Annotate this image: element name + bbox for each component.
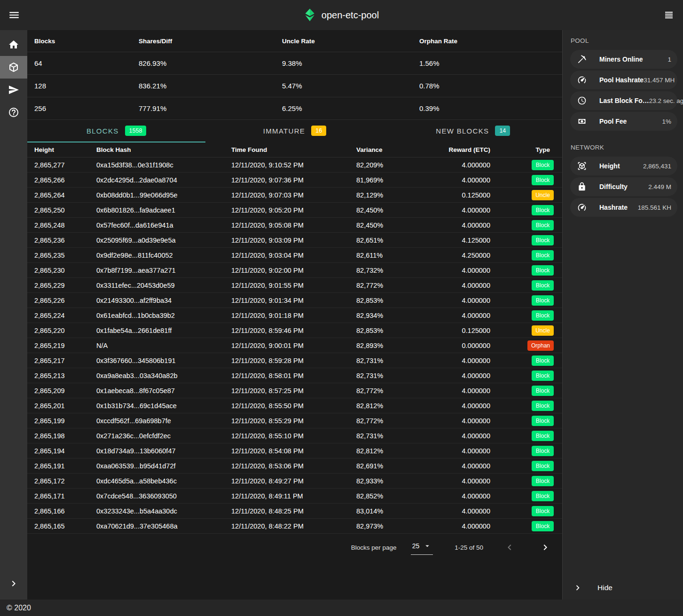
stats-cell: 777.91% [139,104,282,112]
block-time-found: 12/11/2020, 9:05:20 PM [231,206,356,214]
type-badge: Block [532,491,554,501]
pool-stat-pool-hashrate: Pool Hashrate31.457 MH [570,71,677,89]
pool-stat-miners-online: Miners Online1 [570,50,677,69]
block-type-cell: Orphan [490,340,562,351]
table-row: 2,865,2130xa9a8eab3...03a340a82b12/11/20… [27,368,562,383]
block-time-found: 12/11/2020, 8:48:25 PM [231,507,356,515]
lock-icon [577,182,587,191]
block-variance: 82,933% [356,477,448,485]
table-row: 2,865,2010x1b31b734...69c1d45ace12/11/20… [27,398,562,413]
block-variance: 82,732% [356,267,448,274]
hamburger-menu-icon[interactable] [4,5,24,25]
blocks-icon [8,62,19,73]
home-icon [8,39,19,50]
tab-badge: 1558 [125,126,147,136]
table-row: 2,865,2660x2dc4295d...2dae0a870412/11/20… [27,173,562,188]
block-type-cell: Block [490,235,562,245]
hide-label: Hide [597,584,612,592]
block-type-cell: Uncle [490,325,562,336]
block-height: 2,865,166 [34,507,96,515]
block-type-cell: Block [490,220,562,230]
table-row: 2,865,2290x3311efec...20453d0e5912/11/20… [27,278,562,293]
table-row: 2,865,2360x25095f69...a0d39e9e5a12/11/20… [27,233,562,248]
table-row: 2,865,2300x7b8f7199...aea377a27112/11/20… [27,263,562,278]
block-hash: 0x9df2e98e...811fc40052 [96,252,231,259]
sidebar-item-blocks[interactable] [0,56,27,79]
table-row: 2,865,1940x18d734a9...13b6060f4712/11/20… [27,443,562,458]
rail-expand-button[interactable] [0,572,27,595]
block-variance: 82,129% [356,191,448,199]
table-row: 2,865,219N/A12/11/2020, 9:00:01 PM82,893… [27,338,562,353]
blocks-tabs: BLOCKS1558IMMATURE16NEW BLOCKS14 [27,120,562,142]
menu-lines-icon[interactable] [659,5,679,25]
type-badge: Block [532,355,554,366]
block-time-found: 12/11/2020, 8:55:50 PM [231,402,356,410]
block-variance: 82,731% [356,357,448,364]
block-type-cell: Block [490,355,562,366]
type-badge: Block [532,220,554,230]
block-time-found: 12/11/2020, 9:01:55 PM [231,282,356,289]
block-hash: 0xdc465d5a...a58beb436c [96,477,231,485]
block-time-found: 12/11/2020, 9:01:34 PM [231,297,356,304]
hide-sidebar-button[interactable]: Hide [563,576,683,600]
block-reward: 4.000000 [448,492,490,500]
left-nav-rail [0,30,27,600]
block-time-found: 12/11/2020, 8:58:01 PM [231,372,356,379]
gauge-icon [577,203,587,212]
block-height: 2,865,235 [34,252,96,259]
block-hash: 0x3311efec...20453d0e59 [96,282,231,289]
tab-immature[interactable]: IMMATURE16 [205,120,384,142]
pool-stat-value: 23.2 sec. ago [649,97,683,104]
tab-label: IMMATURE [263,127,305,135]
block-time-found: 12/11/2020, 9:07:03 PM [231,191,356,199]
table-row: 2,865,1980x271a236c...0efcfdf2ec12/11/20… [27,428,562,443]
block-reward: 4.000000 [448,297,490,304]
network-stat-value: 2.449 M [648,183,671,190]
pagination-bar: Blocks per page 25 1-25 of 50 [27,534,562,561]
block-variance: 82,450% [356,221,448,229]
block-reward: 4.000000 [448,447,490,455]
table-row: 2,865,2240x61eabfcd...1b0cba39b212/11/20… [27,308,562,323]
page-size-select[interactable]: 25 [411,540,433,555]
block-variance: 83,014% [356,507,448,515]
cube-scan-icon [577,161,587,171]
block-height: 2,865,236 [34,237,96,244]
prev-page-button[interactable] [500,538,519,557]
type-badge: Block [532,401,554,411]
block-time-found: 12/11/2020, 8:54:08 PM [231,447,356,455]
block-variance: 82,772% [356,417,448,425]
type-badge: Uncle [532,190,554,200]
type-badge: Orphan [527,340,554,351]
tab-label: BLOCKS [86,127,119,135]
block-variance: 82,853% [356,297,448,304]
block-height: 2,865,250 [34,206,96,214]
luck-table-header: Blocks Shares/Diff Uncle Rate Orphan Rat… [27,30,562,52]
col-block-hash: Block Hash [96,146,231,153]
type-badge: Block [532,506,554,516]
sidebar-item-home[interactable] [0,33,27,56]
block-height: 2,865,199 [34,417,96,425]
block-reward: 4.000000 [448,507,490,515]
type-badge: Block [532,476,554,486]
block-reward: 4.125000 [448,237,490,244]
sidebar-item-payments[interactable] [0,79,27,101]
block-hash: 0xa15d3f38...0e31f1908c [96,161,231,169]
block-variance: 82,731% [356,372,448,379]
block-time-found: 12/11/2020, 8:49:11 PM [231,492,356,500]
block-variance: 82,893% [356,342,448,349]
block-time-found: 12/11/2020, 9:10:52 PM [231,161,356,169]
block-reward: 4.000000 [448,372,490,379]
block-variance: 82,853% [356,327,448,334]
table-row: 2,865,2200x1fabe54a...2661de81ff12/11/20… [27,323,562,338]
table-row: 2,865,1650xa70621d9...37e305468a12/11/20… [27,519,562,534]
sidebar-item-help[interactable] [0,101,27,124]
tab-new-blocks[interactable]: NEW BLOCKS14 [384,120,562,142]
block-height: 2,865,277 [34,161,96,169]
block-hash: 0x25095f69...a0d39e9e5a [96,237,231,244]
block-variance: 82,772% [356,387,448,395]
block-type-cell: Block [490,205,562,215]
tab-blocks[interactable]: BLOCKS1558 [27,120,205,142]
next-page-button[interactable] [536,538,555,557]
block-reward: 4.000000 [448,312,490,319]
block-type-cell: Block [490,401,562,411]
